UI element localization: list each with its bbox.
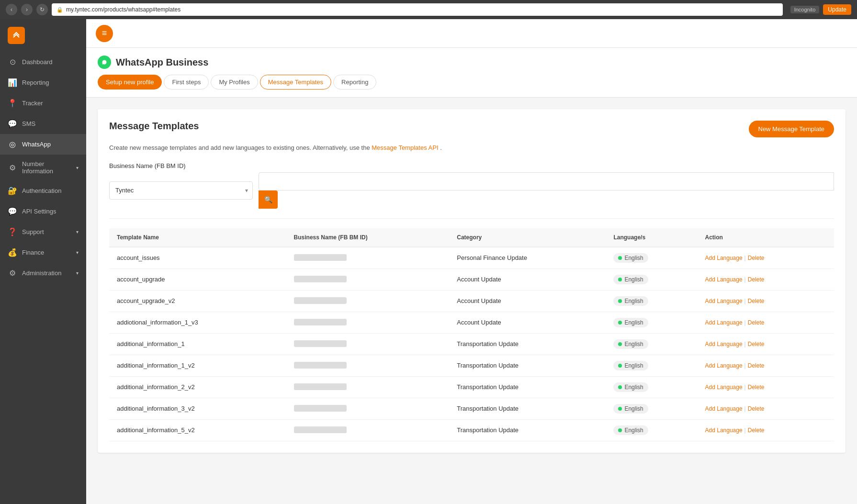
table-header: Template Name Business Name (FB BM ID) C… [109,228,834,247]
add-language-link[interactable]: Add Language [705,298,743,304]
reload-button[interactable]: ↻ [36,4,48,15]
cell-category: Account Update [449,290,606,312]
col-template-name: Template Name [109,228,286,247]
tab-my-profiles[interactable]: My Profiles [211,75,258,90]
menu-button[interactable]: ≡ [96,25,113,42]
tab-message-templates[interactable]: Message Templates [260,75,331,90]
sidebar-item-dashboard[interactable]: ⊙ Dashboard [0,52,86,72]
cell-language: English [606,269,697,290]
update-button[interactable]: Update [823,4,851,15]
sidebar-item-support[interactable]: ❓ Support ▾ [0,222,86,242]
chevron-down-icon: ▾ [76,250,79,255]
sidebar-item-administration[interactable]: ⚙ Administration ▾ [0,263,86,283]
sidebar-item-number-information[interactable]: ⚙ Number Information ▾ [0,155,86,180]
whatsapp-brand-icon [98,56,111,69]
authentication-icon: 🔐 [8,186,17,195]
new-message-template-button[interactable]: New Message Template [749,121,834,137]
add-language-link[interactable]: Add Language [705,341,743,347]
table-row: additional_information_2_v2 ████████████… [109,376,834,398]
add-language-link[interactable]: Add Language [705,276,743,283]
language-badge: English [613,404,648,414]
sidebar-logo [0,19,86,52]
language-badge: English [613,339,648,349]
delete-link[interactable]: Delete [748,427,765,434]
language-dot [618,385,622,389]
col-category: Category [449,228,606,247]
delete-link[interactable]: Delete [748,276,765,283]
action-links: Add Language | Delete [705,319,826,326]
col-business-name: Business Name (FB BM ID) [286,228,450,247]
language-badge: English [613,318,648,327]
add-language-link[interactable]: Add Language [705,362,743,369]
support-icon: ❓ [8,227,17,236]
sidebar-item-whatsapp[interactable]: ◎ WhatsApp [0,134,86,155]
cell-language: English [606,312,697,333]
delete-link[interactable]: Delete [748,384,765,391]
add-language-link[interactable]: Add Language [705,384,743,391]
tab-reporting[interactable]: Reporting [333,75,376,90]
sidebar-item-sms[interactable]: 💬 SMS [0,113,86,134]
filter-row: Tyntec ▾ 🔍 [109,172,834,209]
search-icon: 🔍 [264,196,272,203]
cell-category: Personal Finance Update [449,247,606,269]
table-row: additional_information_5_v2 ████████████… [109,419,834,441]
cell-language: English [606,355,697,376]
sidebar-item-label: SMS [22,120,79,127]
sidebar-item-tracker[interactable]: 📍 Tracker [0,93,86,113]
cell-category: Transportation Update [449,419,606,441]
language-label: English [624,276,643,283]
administration-icon: ⚙ [8,269,17,278]
delete-link[interactable]: Delete [748,405,765,412]
description-end: . [440,144,442,151]
sidebar-item-label: Support [22,228,71,235]
language-dot [618,256,622,260]
sidebar-item-finance[interactable]: 💰 Finance ▾ [0,242,86,263]
add-language-link[interactable]: Add Language [705,255,743,261]
sidebar-item-label: WhatsApp [22,141,79,148]
back-button[interactable]: ‹ [6,4,17,15]
cell-language: English [606,247,697,269]
logo-icon [8,27,25,44]
blurred-business-name: ████████████ [294,319,347,325]
tab-setup-new-profile[interactable]: Setup new profile [98,75,162,90]
delete-link[interactable]: Delete [748,298,765,304]
forward-button[interactable]: › [21,4,33,15]
sidebar-item-label: Reporting [22,79,79,86]
url-bar[interactable]: 🔒 my.tyntec.com/products/whatsapp#templa… [52,3,783,16]
sidebar-item-reporting[interactable]: 📊 Reporting [0,72,86,93]
cell-category: Transportation Update [449,355,606,376]
delete-link[interactable]: Delete [748,362,765,369]
sidebar-item-label: Number Information [22,160,71,175]
action-separator: | [744,427,746,434]
table-row: account_issues ████████████ Personal Fin… [109,247,834,269]
description-text: Create new message templates and add new… [109,144,370,151]
delete-link[interactable]: Delete [748,255,765,261]
main-content: Message Templates New Message Template C… [86,98,857,504]
action-links: Add Language | Delete [705,298,826,304]
tab-first-steps[interactable]: First steps [164,75,209,90]
chevron-down-icon: ▾ [76,229,79,235]
add-language-link[interactable]: Add Language [705,319,743,326]
language-label: English [624,298,643,304]
delete-link[interactable]: Delete [748,341,765,347]
whatsapp-icon: ◎ [8,140,17,149]
cell-action: Add Language | Delete [698,290,834,312]
col-language: Language/s [606,228,697,247]
add-language-link[interactable]: Add Language [705,405,743,412]
delete-link[interactable]: Delete [748,319,765,326]
table-row: additional_information_1 ████████████ Tr… [109,333,834,355]
language-dot [618,278,622,281]
message-templates-card: Message Templates New Message Template C… [98,109,846,453]
business-name-select[interactable]: Tyntec [109,181,253,200]
search-input[interactable] [259,172,834,190]
sidebar-item-api-settings[interactable]: 💬 API Settings [0,201,86,222]
search-button[interactable]: 🔍 [259,190,278,209]
action-separator: | [744,298,746,304]
action-links: Add Language | Delete [705,276,826,283]
sidebar-item-authentication[interactable]: 🔐 Authentication [0,180,86,201]
add-language-link[interactable]: Add Language [705,427,743,434]
cell-template-name: additional_information_2_v2 [109,376,286,398]
cell-template-name: additional_information_1_v2 [109,355,286,376]
lock-icon: 🔒 [56,7,63,13]
api-link[interactable]: Message Templates API [372,144,438,151]
